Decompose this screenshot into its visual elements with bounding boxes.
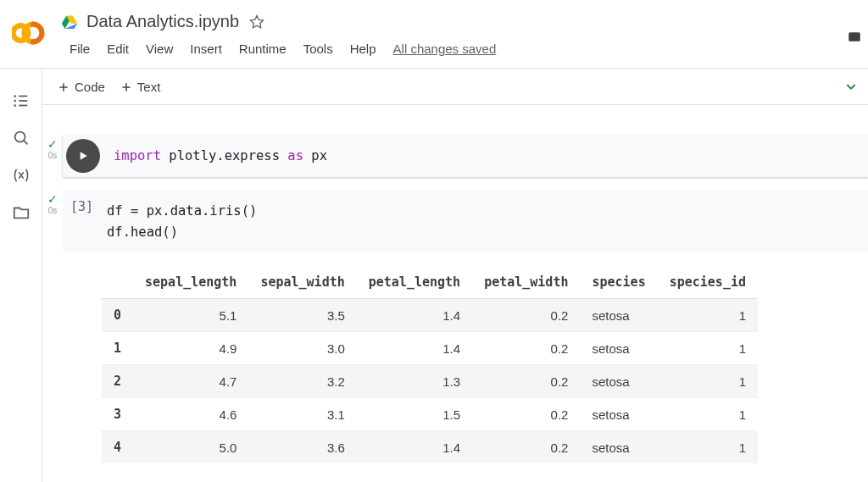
menubar: File Edit View Insert Runtime Tools Help… (61, 33, 868, 68)
cell-sepal-length: 4.7 (133, 365, 248, 398)
cell-petal-width: 0.2 (472, 398, 580, 431)
toolbar: Code Text (42, 69, 868, 105)
cell-petal-length: 1.3 (357, 365, 472, 398)
colab-logo (12, 12, 54, 54)
col-species-id: species_id (658, 266, 758, 299)
dataframe-table: sepal_length sepal_width petal_length pe… (102, 266, 758, 463)
table-row: 45.03.61.40.2setosa1 (102, 431, 758, 464)
toc-icon[interactable] (12, 91, 31, 110)
star-icon[interactable] (248, 13, 266, 31)
cell-species-id: 1 (658, 299, 758, 332)
notebook-content: ✓ 0s import plotly.express as px ✓ 0s [3… (42, 105, 868, 482)
cell-petal-width: 0.2 (472, 332, 580, 365)
cell-sepal-length: 4.6 (133, 398, 248, 431)
code-cell[interactable]: ✓ 0s import plotly.express as px (42, 136, 868, 177)
cell-sepal-length: 5.1 (133, 299, 248, 332)
cell-body: import plotly.express as px (63, 136, 868, 177)
cell-body: [3] df = px.data.iris() df.head() (63, 191, 868, 253)
menu-runtime[interactable]: Runtime (231, 38, 295, 59)
cell-species: setosa (580, 365, 657, 398)
menu-insert[interactable]: Insert (181, 38, 231, 59)
cell-petal-length: 1.4 (357, 299, 472, 332)
cell-petal-width: 0.2 (472, 431, 580, 464)
sidebar (0, 69, 42, 482)
table-row: 24.73.21.30.2setosa1 (102, 365, 758, 398)
cell-species: setosa (580, 332, 657, 365)
col-petal-width: petal_width (472, 266, 580, 299)
drive-icon (61, 14, 78, 30)
cell-index: 2 (102, 365, 133, 398)
menu-help[interactable]: Help (342, 38, 385, 59)
code-editor[interactable]: import plotly.express as px (103, 136, 868, 177)
menu-tools[interactable]: Tools (295, 38, 342, 59)
keyword-import: import (114, 148, 161, 163)
check-icon: ✓ (47, 192, 58, 206)
cell-sepal-length: 5.0 (133, 431, 248, 464)
cell-index: 4 (102, 431, 133, 464)
cell-sepal-length: 4.9 (133, 332, 248, 365)
svg-point-8 (14, 132, 25, 142)
cell-index: 3 (102, 398, 133, 431)
cell-petal-width: 0.2 (472, 299, 580, 332)
cell-sepal-width: 3.2 (248, 365, 356, 398)
add-code-label: Code (75, 80, 105, 94)
col-petal-length: petal_length (357, 266, 472, 299)
cell-petal-length: 1.4 (357, 431, 472, 464)
table-row: 14.93.01.40.2setosa1 (102, 332, 758, 365)
cell-petal-length: 1.5 (357, 398, 472, 431)
cell-sepal-width: 3.0 (248, 332, 356, 365)
cell-gutter: ✓ 0s (42, 136, 63, 160)
cell-gutter: ✓ 0s (42, 191, 63, 215)
col-sepal-length: sepal_length (133, 266, 248, 299)
cell-species-id: 1 (658, 332, 758, 365)
cell-species-id: 1 (658, 365, 758, 398)
cell-index: 0 (102, 299, 133, 332)
check-icon: ✓ (47, 137, 58, 151)
files-icon[interactable] (12, 203, 31, 222)
exec-time: 0s (42, 151, 63, 160)
notebook-title[interactable]: Data Analytics.ipynb (83, 10, 242, 33)
cell-species: setosa (580, 431, 657, 464)
cell-sepal-width: 3.6 (248, 431, 356, 464)
code-editor[interactable]: df = px.data.iris() df.head() (97, 191, 868, 253)
cell-index: 1 (102, 332, 133, 365)
cell-output: sepal_length sepal_width petal_length pe… (102, 266, 868, 463)
cell-species: setosa (580, 299, 657, 332)
add-text-label: Text (137, 80, 161, 94)
cell-sepal-width: 3.5 (248, 299, 356, 332)
keyword-as: as (287, 148, 303, 163)
code-cell[interactable]: ✓ 0s [3] df = px.data.iris() df.head() (42, 191, 868, 253)
menu-edit[interactable]: Edit (98, 38, 137, 59)
cell-petal-length: 1.4 (357, 332, 472, 365)
add-text-button[interactable]: Text (120, 80, 161, 94)
header-right: Data Analytics.ipynb File Edit View Inse… (61, 7, 868, 68)
cell-petal-width: 0.2 (472, 365, 580, 398)
run-button[interactable] (66, 139, 100, 173)
col-sepal-width: sepal_width (248, 266, 356, 299)
add-code-button[interactable]: Code (58, 80, 105, 94)
header: Data Analytics.ipynb File Edit View Inse… (0, 0, 868, 69)
col-index (102, 266, 133, 299)
comment-icon[interactable] (846, 30, 863, 48)
variables-icon[interactable] (12, 166, 31, 185)
table-row: 05.13.51.40.2setosa1 (102, 299, 758, 332)
menu-file[interactable]: File (61, 38, 98, 59)
svg-line-9 (24, 141, 27, 144)
cell-species-id: 1 (658, 398, 758, 431)
cell-sepal-width: 3.1 (248, 398, 356, 431)
cell-species: setosa (580, 398, 657, 431)
title-row: Data Analytics.ipynb (61, 7, 868, 33)
col-species: species (580, 266, 657, 299)
svg-point-0 (14, 25, 29, 41)
search-icon[interactable] (12, 129, 31, 147)
cell-species-id: 1 (658, 431, 758, 464)
exec-count: [3] (63, 191, 97, 223)
save-status[interactable]: All changes saved (385, 38, 505, 59)
svg-rect-1 (849, 32, 860, 42)
toolbar-caret-icon[interactable] (844, 80, 858, 96)
table-header-row: sepal_length sepal_width petal_length pe… (102, 266, 758, 299)
menu-view[interactable]: View (137, 38, 181, 59)
table-row: 34.63.11.50.2setosa1 (102, 398, 758, 431)
exec-time: 0s (42, 206, 63, 215)
